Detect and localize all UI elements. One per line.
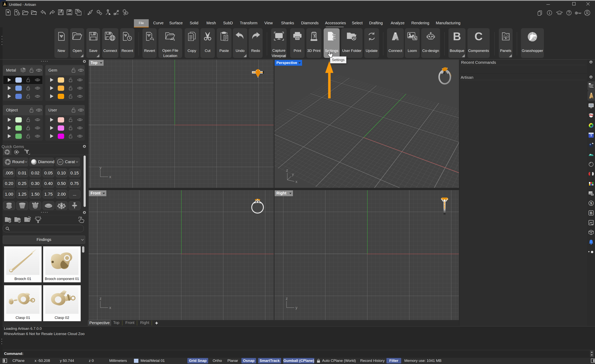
- svg-text:3D: 3D: [590, 231, 592, 232]
- svg-text:z: z: [286, 297, 288, 301]
- svg-text:y: y: [292, 172, 294, 176]
- svg-text:x: x: [109, 306, 111, 310]
- svg-text:y: y: [99, 166, 101, 170]
- svg-text:?: ?: [590, 134, 592, 137]
- svg-text:z: z: [99, 297, 101, 301]
- svg-text:z: z: [286, 169, 288, 172]
- svg-text:x: x: [109, 175, 111, 179]
- svg-text:CT: CT: [59, 161, 62, 163]
- svg-text:x: x: [296, 179, 298, 184]
- svg-text:$: $: [590, 201, 592, 205]
- svg-text:B: B: [590, 211, 593, 215]
- svg-text:y: y: [296, 306, 298, 310]
